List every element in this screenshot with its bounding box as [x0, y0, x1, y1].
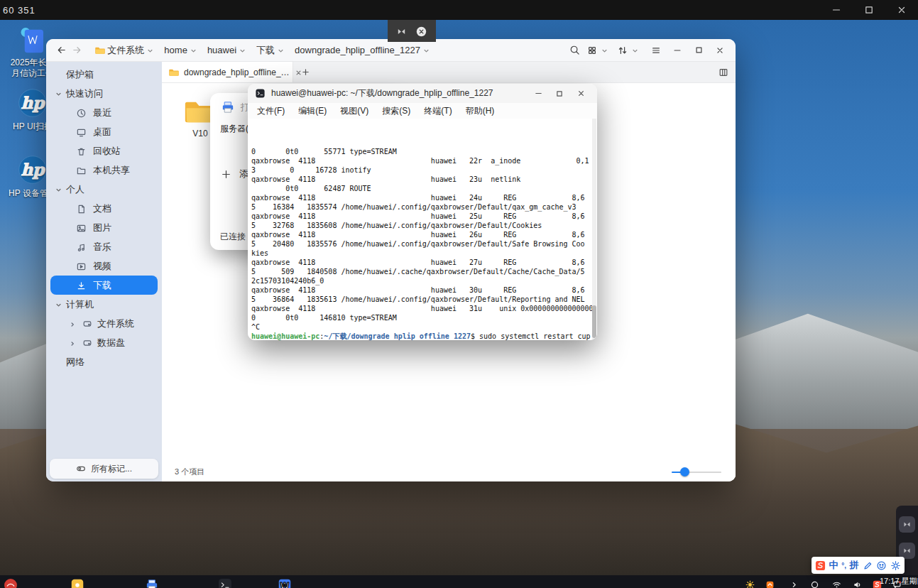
sidebar-item-桌面[interactable]: 桌面: [50, 122, 158, 141]
tray-screenshot-tool[interactable]: [765, 578, 775, 588]
sidebar-item-快速访问[interactable]: 快速访问: [50, 84, 158, 103]
sidebar-item-文档[interactable]: 文档: [50, 199, 158, 218]
terminal-menu-视图(V)[interactable]: 视图(V): [340, 105, 368, 117]
screen-share-button-1[interactable]: [899, 516, 915, 533]
terminal-line: huawei@huawei-pc:~/下载/downgrade_hplip_of…: [251, 332, 590, 340]
tray-volume[interactable]: [853, 578, 862, 588]
ime-handwriting[interactable]: [863, 560, 873, 571]
ime-pinyin-mode[interactable]: 拼: [850, 559, 859, 572]
sidebar-item-label: 回收站: [93, 145, 121, 158]
dock-terminal-app[interactable]: [217, 577, 233, 588]
breadcrumb-item-4[interactable]: downgrade_hplip_offline_1227: [290, 43, 435, 58]
tray-tray-expand[interactable]: [789, 578, 799, 588]
terminal-output[interactable]: 0 0t0 55771 type=STREAMqaxbrowse 4118 hu…: [248, 119, 597, 340]
folder-icon: [169, 67, 179, 77]
sidebar-item-保护箱[interactable]: 保护箱: [50, 65, 158, 84]
terminal-line: 2c15703104240b6_0: [251, 276, 590, 285]
tray-network[interactable]: [832, 578, 841, 588]
terminal-minimize-button[interactable]: [529, 85, 547, 102]
tray-search-tray[interactable]: [810, 578, 819, 588]
dock-printer-app[interactable]: [144, 577, 160, 588]
sidebar-item-视频[interactable]: 视频: [50, 256, 158, 276]
terminal-menu-搜索(S)[interactable]: 搜索(S): [382, 105, 410, 117]
back-button[interactable]: [53, 42, 69, 59]
image-icon: [76, 222, 87, 233]
dock-wps-app[interactable]: W: [277, 577, 293, 588]
sidebar-item-回收站[interactable]: 回收站: [50, 141, 158, 160]
menu-icon[interactable]: [647, 42, 665, 59]
share-close-icon[interactable]: [415, 24, 427, 37]
view-mode-icon[interactable]: [584, 42, 601, 59]
chevron-down-icon[interactable]: [277, 45, 285, 55]
terminal-menu-编辑(E)[interactable]: 编辑(E): [298, 105, 327, 117]
ime-toolbar: 中°,拼: [812, 557, 905, 574]
chevron-right-icon[interactable]: [67, 318, 77, 329]
preview-panel-icon[interactable]: [711, 62, 736, 82]
chevron-down-icon[interactable]: [239, 45, 246, 55]
ime-emoji[interactable]: [876, 560, 887, 571]
terminal-menu-帮助(H)[interactable]: 帮助(H): [466, 105, 495, 117]
sidebar-item-图片[interactable]: 图片: [50, 218, 158, 237]
sidebar-item-网络[interactable]: 网络: [50, 352, 158, 371]
ime-ime-settings[interactable]: [890, 560, 901, 571]
terminal-line: 5 509 1840508 /home/huawei/.cache/qaxbro…: [251, 267, 590, 276]
search-icon[interactable]: [567, 42, 584, 59]
tray-brightness[interactable]: [745, 578, 755, 588]
ime-punctuation-mode[interactable]: °,: [841, 562, 846, 570]
chevron-down-icon[interactable]: [190, 45, 197, 55]
remote-window-controls: [820, 0, 918, 20]
fm-minimize-button[interactable]: [669, 42, 686, 59]
scrollbar-thumb[interactable]: [592, 305, 596, 338]
maximize-button[interactable]: [853, 0, 885, 20]
sidebar-item-label: 文档: [93, 202, 111, 215]
chevron-down-icon[interactable]: [50, 299, 66, 310]
sidebar-item-音乐[interactable]: 音乐: [50, 237, 158, 256]
sidebar-item-个人[interactable]: 个人: [50, 180, 158, 199]
ime-chinese-mode[interactable]: 中: [829, 559, 838, 572]
minimize-button[interactable]: [820, 0, 853, 20]
all-tags-button[interactable]: 所有标记...: [50, 459, 158, 479]
slider-knob[interactable]: [680, 467, 689, 477]
view-mode-chevron-icon[interactable]: [601, 45, 608, 55]
chevron-down-icon[interactable]: [422, 45, 430, 55]
terminal-close-button[interactable]: [572, 85, 590, 102]
sort-chevron-icon[interactable]: [631, 45, 639, 55]
sidebar-item-下载[interactable]: 下载: [50, 276, 158, 295]
sidebar-item-计算机[interactable]: 计算机: [50, 295, 158, 314]
dock-notes-app[interactable]: [70, 577, 85, 588]
dock-launcher[interactable]: [3, 577, 18, 588]
chevron-right-icon[interactable]: [67, 337, 77, 348]
tab-bar: downgrade_hplip_offline_…: [162, 62, 736, 83]
forward-button[interactable]: [69, 42, 84, 59]
icon-size-slider[interactable]: [672, 467, 721, 477]
sidebar-item-文件系统[interactable]: 文件系统: [50, 314, 158, 333]
ime-sogou-logo[interactable]: [815, 560, 826, 571]
chevron-down-icon[interactable]: [50, 88, 66, 99]
taskbar: W 17:17 星期四: [0, 575, 918, 588]
terminal-menu-终端(T)[interactable]: 终端(T): [424, 105, 452, 117]
fm-maximize-button[interactable]: [690, 42, 707, 59]
breadcrumb-item-0[interactable]: 文件系统: [90, 42, 159, 59]
taskbar-clock[interactable]: 17:17 星期四: [880, 576, 918, 587]
music-icon: [76, 241, 87, 252]
sidebar-item-label: 本机共享: [93, 164, 130, 177]
terminal-scrollbar[interactable]: [592, 119, 596, 340]
chevron-down-icon[interactable]: [146, 45, 154, 55]
tab-downgrade-hplip[interactable]: downgrade_hplip_offline_…: [162, 62, 293, 82]
breadcrumb-item-3[interactable]: 下载: [251, 42, 290, 59]
breadcrumb-item-2[interactable]: huawei: [202, 43, 251, 58]
new-tab-button[interactable]: [293, 62, 317, 82]
sidebar-item-最近[interactable]: 最近: [50, 103, 158, 122]
terminal-titlebar[interactable]: huawei@huawei-pc: ~/下载/downgrade_hplip_o…: [248, 84, 597, 103]
sidebar-group-label: 快速访问: [66, 87, 103, 100]
fm-close-button[interactable]: [711, 42, 728, 59]
chevron-down-icon[interactable]: [50, 184, 66, 195]
sidebar-item-数据盘[interactable]: 数据盘: [50, 333, 158, 352]
sidebar-item-本机共享[interactable]: 本机共享: [50, 160, 158, 180]
screen-share-icon[interactable]: [396, 25, 407, 38]
close-button[interactable]: [885, 0, 918, 20]
terminal-maximize-button[interactable]: [550, 85, 569, 102]
terminal-menu-文件(F)[interactable]: 文件(F): [257, 105, 285, 117]
sort-icon[interactable]: [614, 42, 631, 59]
breadcrumb-item-1[interactable]: home: [159, 43, 202, 58]
